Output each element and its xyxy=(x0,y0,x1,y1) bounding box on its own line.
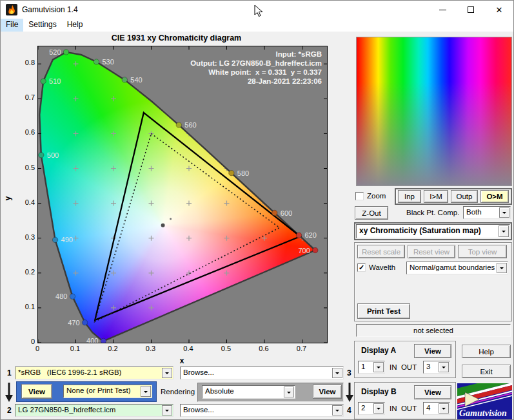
input-profile-select[interactable]: *sRGB (IEC6 1996-2.1 sRGB) xyxy=(15,367,173,379)
display-b-title: Display B xyxy=(361,387,397,396)
plot-box: 4004704804905005105205305405605806006207… xyxy=(37,46,328,343)
dropdown-arrow-icon[interactable] xyxy=(499,225,509,237)
close-icon: ✕ xyxy=(496,5,503,15)
menu-bar: File Settings Help xyxy=(1,19,513,32)
display-a-view-button[interactable]: View xyxy=(414,344,451,358)
wavelength-label-470: 470 xyxy=(68,319,79,327)
z-out-button[interactable]: Z-Out xyxy=(355,206,388,220)
display-b-out-select[interactable]: 4 xyxy=(423,402,450,415)
hue-saturation-preview xyxy=(356,37,512,186)
dropdown-arrow-icon[interactable] xyxy=(373,403,384,414)
view-mode-value: xy Chromaticity (Saturation map) xyxy=(357,225,498,238)
x-tick-0.4: 0.4 xyxy=(179,345,198,352)
axis-ticks xyxy=(38,46,327,343)
slot1-number: 1 xyxy=(7,368,12,377)
dropdown-arrow-icon[interactable] xyxy=(162,368,172,378)
dropdown-arrow-icon[interactable] xyxy=(373,362,384,372)
down-arrow-left-icon xyxy=(4,382,14,403)
dropdown-arrow-icon[interactable] xyxy=(499,207,509,218)
exit-button[interactable]: Exit xyxy=(462,365,511,378)
grid-plus-marks xyxy=(74,61,305,310)
dropdown-arrow-icon[interactable] xyxy=(332,405,342,415)
boundaries-value: Normal/gamut boundaries xyxy=(407,262,496,274)
y-tick-0.7: 0.7 xyxy=(10,93,35,101)
wavelength-dot-500 xyxy=(39,153,44,158)
input-gamut-triangle xyxy=(95,133,280,321)
maximize-icon xyxy=(468,6,474,13)
white-point-dot-secondary xyxy=(170,218,172,220)
print-view-button[interactable]: View xyxy=(21,384,52,399)
gamutvision-logo: Gamutvision xyxy=(457,383,512,419)
x-tick-0.3: 0.3 xyxy=(141,345,161,352)
wavelth-checkbox[interactable]: ✓ xyxy=(357,263,366,272)
wavelength-label-510: 510 xyxy=(49,77,61,85)
reset-view-button[interactable]: Reset view xyxy=(408,245,455,258)
dropdown-arrow-icon[interactable] xyxy=(141,386,151,397)
menu-settings[interactable]: Settings xyxy=(23,19,61,32)
wavelength-label-700: 700 xyxy=(298,247,310,254)
wavelength-label-520: 520 xyxy=(49,48,61,56)
inp-button[interactable]: Inp xyxy=(398,190,421,203)
wavelength-label-540: 540 xyxy=(130,76,142,84)
rendering-view-button[interactable]: View xyxy=(313,385,342,399)
y-tick-0.3: 0.3 xyxy=(10,233,35,241)
minimize-button[interactable] xyxy=(428,1,457,19)
display-a-out-value: 3 xyxy=(424,361,438,373)
outp-button[interactable]: Outp xyxy=(451,190,478,203)
close-button[interactable]: ✕ xyxy=(485,1,513,19)
wavelength-label-580: 580 xyxy=(237,169,249,177)
browse-4-select[interactable]: Browse... xyxy=(180,404,344,417)
output-profile-select[interactable]: LG 27GN850-B_hdreffect.icm xyxy=(15,404,173,417)
menu-file[interactable]: File xyxy=(1,19,23,32)
maximize-button[interactable] xyxy=(457,1,485,19)
boundaries-select[interactable]: Normal/gamut boundaries xyxy=(406,262,508,274)
i-to-m-button[interactable]: I>M xyxy=(424,190,448,203)
dropdown-arrow-icon[interactable] xyxy=(284,387,294,397)
zoom-checkbox[interactable] xyxy=(355,192,364,200)
x-tick-0.6: 0.6 xyxy=(254,345,273,352)
dropdown-arrow-icon[interactable] xyxy=(439,362,449,372)
mouse-cursor-icon xyxy=(254,5,263,17)
dropdown-arrow-icon[interactable] xyxy=(332,368,342,378)
y-tick-0: 0 xyxy=(10,338,35,345)
wavelength-label-600: 600 xyxy=(281,209,292,217)
reset-scale-button[interactable]: Reset scale xyxy=(357,245,405,258)
slot4-number: 4 xyxy=(347,406,351,415)
display-b-out-value: 4 xyxy=(424,403,438,414)
spectral-locus-outline xyxy=(39,52,315,341)
display-a-out-select[interactable]: 3 xyxy=(423,361,450,374)
wavelength-dot-620 xyxy=(296,233,301,238)
wavelength-label-400: 400 xyxy=(86,337,98,343)
display-b-in-value: 2 xyxy=(359,403,373,414)
wavelength-dot-540 xyxy=(122,77,127,82)
browse-3-select[interactable]: Browse... xyxy=(180,367,344,379)
print-test-select[interactable]: None (or Print Test) xyxy=(63,385,152,398)
y-tick-0.1: 0.1 xyxy=(10,303,35,310)
wavelength-label-480: 480 xyxy=(55,292,67,300)
display-b-in-select[interactable]: 2 xyxy=(358,402,385,415)
o-to-m-button[interactable]: O>M xyxy=(480,190,509,203)
plot-info-line-0: Input: *sRGB xyxy=(275,50,322,58)
top-view-button[interactable]: Top view xyxy=(458,245,507,258)
wavelength-dot-700 xyxy=(313,247,318,253)
wavelength-label-620: 620 xyxy=(305,231,317,239)
display-b-view-button[interactable]: View xyxy=(414,385,451,399)
menu-help[interactable]: Help xyxy=(62,19,88,32)
slot2-number: 2 xyxy=(7,406,12,415)
dropdown-arrow-icon[interactable] xyxy=(439,403,449,414)
dropdown-arrow-icon[interactable] xyxy=(162,405,172,415)
wavelth-checkbox-label: Wavelth xyxy=(369,263,395,271)
wavelength-dot-580 xyxy=(229,171,234,176)
help-button[interactable]: Help xyxy=(462,345,511,358)
app-window: Gamutvision 1.4 ✕ File Settings Help CIE… xyxy=(0,0,514,420)
view-mode-select[interactable]: xy Chromaticity (Saturation map) xyxy=(356,224,510,238)
black-pt-comp-select[interactable]: Both xyxy=(463,206,511,219)
y-tick-0.5: 0.5 xyxy=(10,164,35,171)
rendering-intent-select[interactable]: Absolute xyxy=(202,385,295,399)
print-test-button[interactable]: Print Test xyxy=(357,303,410,319)
white-point-dot xyxy=(161,224,165,227)
input-profile-value: *sRGB (IEC6 1996-2.1 sRGB) xyxy=(15,367,161,379)
wavelength-dot-470 xyxy=(82,320,87,325)
display-a-in-select[interactable]: 1 xyxy=(358,361,385,374)
dropdown-arrow-icon[interactable] xyxy=(497,263,507,273)
